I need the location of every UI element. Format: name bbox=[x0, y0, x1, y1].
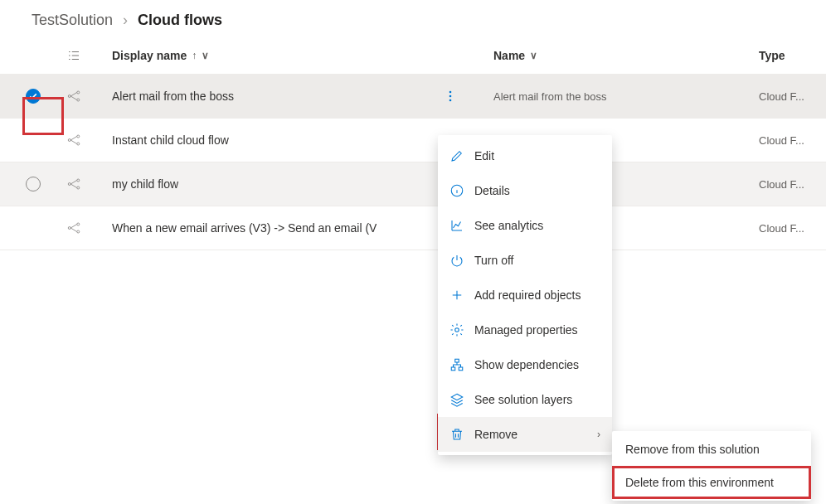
column-header-type[interactable]: Type bbox=[759, 49, 826, 62]
menu-item-see-solution-layers[interactable]: See solution layers bbox=[438, 382, 612, 417]
table-header-row: Display name ↑ ∨ Name ∨ Type bbox=[0, 37, 826, 74]
row-type: Cloud F... bbox=[759, 134, 826, 147]
submenu-delete-from-this-environment[interactable]: Delete from this environment bbox=[612, 466, 811, 499]
svg-point-13 bbox=[77, 223, 80, 225]
column-header-name[interactable]: Name ∨ bbox=[493, 49, 759, 62]
svg-point-1 bbox=[77, 91, 80, 94]
svg-point-10 bbox=[77, 179, 80, 182]
trash-icon bbox=[449, 427, 464, 442]
svg-rect-19 bbox=[459, 367, 463, 371]
row-display-name[interactable]: Alert mail from the boss bbox=[112, 90, 440, 103]
row-checkbox[interactable] bbox=[26, 89, 41, 104]
info-icon bbox=[449, 183, 464, 198]
svg-point-16 bbox=[455, 328, 459, 332]
analytics-icon bbox=[449, 218, 464, 233]
remove-submenu: Remove from this solution Delete from th… bbox=[612, 431, 811, 501]
menu-item-show-dependencies[interactable]: Show dependencies bbox=[438, 347, 612, 382]
menu-item-edit[interactable]: Edit bbox=[438, 138, 612, 173]
row-checkbox[interactable] bbox=[26, 177, 41, 191]
menu-item-managed-properties[interactable]: Managed properties bbox=[438, 313, 612, 347]
row-type: Cloud F... bbox=[759, 90, 826, 103]
row-context-menu: Edit Details See analytics Turn off Add … bbox=[438, 135, 612, 455]
flow-icon bbox=[66, 89, 112, 104]
flow-icon bbox=[66, 220, 112, 235]
edit-icon bbox=[449, 148, 464, 163]
gear-icon bbox=[449, 322, 464, 337]
svg-point-6 bbox=[68, 139, 70, 142]
chevron-down-icon: ∨ bbox=[530, 50, 537, 61]
row-name: Alert mail from the boss bbox=[493, 90, 759, 103]
svg-point-2 bbox=[77, 99, 80, 101]
table-row[interactable]: When a new email arrives (V3) -> Send an… bbox=[0, 206, 826, 250]
breadcrumb-current: Cloud flows bbox=[138, 12, 222, 29]
power-icon bbox=[449, 253, 464, 268]
svg-point-3 bbox=[449, 91, 452, 94]
svg-rect-17 bbox=[455, 359, 459, 362]
flow-icon bbox=[66, 177, 112, 191]
layers-icon bbox=[449, 392, 464, 407]
row-display-name[interactable]: When a new email arrives (V3) -> Send an… bbox=[112, 221, 440, 235]
table-row[interactable]: Alert mail from the boss Alert mail from… bbox=[0, 74, 826, 118]
row-display-name[interactable]: my child flow bbox=[112, 177, 440, 191]
chevron-right-icon: › bbox=[597, 429, 600, 440]
column-header-display-name[interactable]: Display name ↑ ∨ bbox=[112, 49, 440, 62]
menu-item-turn-off[interactable]: Turn off bbox=[438, 243, 612, 278]
row-display-name[interactable]: Instant child cloud flow bbox=[112, 133, 440, 147]
row-actions-button[interactable] bbox=[440, 85, 461, 107]
customize-columns-icon[interactable] bbox=[66, 48, 112, 63]
svg-point-4 bbox=[449, 95, 452, 98]
chevron-right-icon: › bbox=[123, 12, 128, 29]
svg-point-12 bbox=[68, 227, 70, 230]
hierarchy-icon bbox=[449, 357, 464, 372]
svg-point-9 bbox=[68, 183, 70, 186]
menu-item-add-required-objects[interactable]: Add required objects bbox=[438, 278, 612, 313]
table-row[interactable]: Instant child cloud flow Cloud F... bbox=[0, 118, 826, 162]
breadcrumb: TestSolution › Cloud flows bbox=[0, 0, 826, 37]
row-type: Cloud F... bbox=[759, 222, 826, 235]
chevron-down-icon: ∨ bbox=[202, 50, 209, 61]
svg-point-7 bbox=[77, 135, 80, 138]
flow-icon bbox=[66, 133, 112, 148]
svg-point-8 bbox=[77, 143, 80, 145]
svg-point-0 bbox=[68, 95, 70, 98]
svg-point-5 bbox=[449, 99, 452, 102]
flows-table: Display name ↑ ∨ Name ∨ Type Alert mail … bbox=[0, 37, 826, 250]
svg-point-11 bbox=[77, 187, 80, 189]
sort-asc-icon: ↑ bbox=[192, 50, 197, 61]
svg-point-14 bbox=[77, 230, 80, 233]
submenu-remove-from-this-solution[interactable]: Remove from this solution bbox=[612, 433, 811, 466]
menu-item-see-analytics[interactable]: See analytics bbox=[438, 208, 612, 243]
menu-item-details[interactable]: Details bbox=[438, 173, 612, 208]
breadcrumb-parent-link[interactable]: TestSolution bbox=[32, 12, 113, 29]
plus-icon bbox=[449, 288, 464, 303]
menu-item-remove[interactable]: Remove › bbox=[438, 417, 612, 452]
svg-rect-18 bbox=[451, 367, 455, 371]
table-row[interactable]: my child flow Cloud F... bbox=[0, 162, 826, 206]
row-type: Cloud F... bbox=[759, 178, 826, 191]
